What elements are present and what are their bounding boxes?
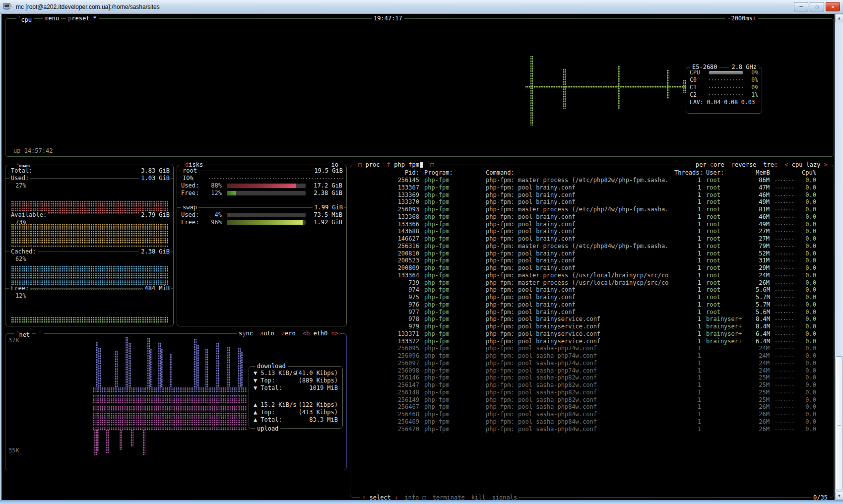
proc-options: per-core reverse tree < cpu lazy > <box>694 161 830 168</box>
process-row[interactable]: 133369php-fpmphp-fpm: pool brainy.conf1r… <box>350 191 834 199</box>
mem-total-row: Total:3.83 GiB <box>5 167 173 175</box>
process-row[interactable]: 975php-fpmphp-fpm: pool brainy.conf1root… <box>350 294 834 301</box>
mem-used-row: Used:1.03 GiB <box>5 175 173 182</box>
filter-key[interactable]: f <box>387 161 390 168</box>
column-program[interactable]: Program: <box>424 169 483 177</box>
graph-spike <box>563 69 566 109</box>
window-title: mc [root@a202.itdeveloper.com.ua]:/home/… <box>16 3 160 10</box>
load-average: LAV: 0.04 0.08 0.03 <box>686 99 762 106</box>
cpu-history-dots <box>776 231 795 232</box>
per-core-button[interactable]: per-core <box>696 161 724 168</box>
disk-root-row: root19.5 GiB <box>177 167 346 175</box>
process-row[interactable]: 256470php-fpmphp-fpm: pool sasha-php84w.… <box>350 426 834 433</box>
column-pid[interactable]: Pid: <box>350 169 419 177</box>
graph-spike <box>150 349 152 387</box>
column-cpu[interactable]: Cpu% <box>798 169 816 177</box>
swap-used-meter <box>227 213 306 217</box>
column-command[interactable]: Command: <box>486 169 674 177</box>
upload-label: upload <box>255 425 280 432</box>
core-row-c2: C2 1% <box>686 91 762 99</box>
column-user[interactable]: User: <box>706 169 756 177</box>
cpu-history-dots <box>776 378 795 378</box>
process-row[interactable]: 977php-fpmphp-fpm: pool brainy.conf1root… <box>350 309 834 316</box>
cpu-history-dots <box>776 195 795 196</box>
process-row[interactable]: 200809php-fpmphp-fpm: pool brainy.conf1r… <box>350 264 834 272</box>
io-activity-line <box>209 178 343 179</box>
process-row[interactable]: 256096php-fpmphp-fpm: pool sasha-php74w.… <box>350 352 834 360</box>
process-row[interactable]: 256147php-fpmphp-fpm: pool sasha-php82w.… <box>350 381 834 389</box>
graph-spike <box>106 430 109 453</box>
process-row[interactable]: 979php-fpmphp-fpm: pool brainyservice.co… <box>350 323 834 330</box>
filter-input[interactable]: php-fpm <box>394 161 419 168</box>
process-row[interactable]: 133371php-fpmphp-fpm: pool brainyservice… <box>350 330 834 338</box>
process-row[interactable]: 133367php-fpmphp-fpm: pool brainy.conf1r… <box>350 184 834 191</box>
process-row[interactable]: 978php-fpmphp-fpm: pool brainyservice.co… <box>350 315 834 323</box>
process-row[interactable]: 256467php-fpmphp-fpm: pool sasha-php84w.… <box>350 403 834 411</box>
graph-line <box>525 86 690 88</box>
disk-swap-row: swap1.99 GiB <box>177 204 346 211</box>
scrollbar[interactable]: ▲ ▼ <box>835 14 843 500</box>
close-button[interactable]: ✕ <box>826 2 840 11</box>
scroll-down-button[interactable]: ▼ <box>835 492 843 500</box>
process-row[interactable]: 256148php-fpmphp-fpm: pool sasha-php82w.… <box>350 389 834 396</box>
tree-button[interactable]: tree <box>763 161 778 168</box>
core-meter <box>709 94 743 95</box>
cpu-history-dots <box>776 385 795 386</box>
process-row[interactable]: 200523php-fpmphp-fpm: pool brainy.conf1r… <box>350 257 834 264</box>
upload-top: ▲Top:(413 Kibps) <box>254 409 338 416</box>
scrollbar-thumb[interactable] <box>836 356 843 490</box>
process-row[interactable]: 133364php-fpmphp-fpm: master process (/u… <box>350 272 834 279</box>
core-row-c0: C0 0% <box>686 76 762 84</box>
process-row[interactable]: 256316php-fpmphp-fpm: master process (/e… <box>350 243 834 250</box>
graph-spike <box>115 351 118 387</box>
filter-clear-icon[interactable]: □ <box>430 161 434 168</box>
process-row[interactable]: 200810php-fpmphp-fpm: pool brainy.conf1r… <box>350 250 834 257</box>
process-row[interactable]: 974php-fpmphp-fpm: pool brainy.conf1root… <box>350 286 834 294</box>
process-row[interactable]: 256095php-fpmphp-fpm: pool sasha-php74w.… <box>350 345 834 352</box>
process-row[interactable]: 256098php-fpmphp-fpm: pool sasha-php74w.… <box>350 367 834 375</box>
process-table-header: Pid: Program: Command: Threads: User: Me… <box>350 169 834 177</box>
process-row[interactable]: 256146php-fpmphp-fpm: pool sasha-php82w.… <box>350 374 834 381</box>
cpu-history-dots <box>776 290 795 291</box>
window-frame-left <box>0 14 1 501</box>
process-row[interactable]: 256469php-fpmphp-fpm: pool sasha-php84w.… <box>350 418 834 426</box>
process-row[interactable]: 133372php-fpmphp-fpm: pool brainyservice… <box>350 338 834 345</box>
process-row[interactable]: 133366php-fpmphp-fpm: pool brainy.conf1r… <box>350 221 834 228</box>
scroll-up-button[interactable]: ▲ <box>835 14 843 22</box>
mem-free-graph <box>11 317 168 324</box>
download-total: ▼Total:1019 MiB <box>254 384 338 392</box>
core-meter <box>709 79 743 80</box>
mem-available-row: Available:2.79 GiB <box>5 211 173 219</box>
disk-root-free-row: Free:12% 2.38 GiB <box>177 189 346 197</box>
app-icon[interactable] <box>3 2 13 11</box>
process-row[interactable]: 256145php-fpmphp-fpm: master process (/e… <box>350 177 834 184</box>
process-row[interactable]: 256468php-fpmphp-fpm: pool sasha-php84w.… <box>350 411 834 418</box>
cpu-history-dots <box>776 268 795 269</box>
cpu-history-dots <box>776 312 795 313</box>
graph-spike <box>131 430 133 447</box>
mem-cached-pct: 62% <box>5 255 173 263</box>
process-row[interactable]: 976php-fpmphp-fpm: pool brainy.conf1root… <box>350 301 834 309</box>
download-speed: ▼5.13 KiB/s(41.0 Kibps) <box>254 370 338 377</box>
cpu-history-dots <box>776 260 795 261</box>
graph-spike <box>227 347 230 387</box>
process-row[interactable]: 739php-fpmphp-fpm: master process (/usr/… <box>350 279 834 287</box>
minimize-button[interactable]: ─ <box>794 2 808 11</box>
process-row[interactable]: 256093php-fpmphp-fpm: master process (/e… <box>350 206 834 213</box>
down-arrow-icon: ▼ <box>254 370 257 377</box>
window-titlebar[interactable]: mc [root@a202.itdeveloper.com.ua]:/home/… <box>0 0 843 14</box>
column-threads[interactable]: Threads: <box>674 169 701 177</box>
process-row[interactable]: 133368php-fpmphp-fpm: pool brainy.conf1r… <box>350 213 834 221</box>
sort-selector[interactable]: < cpu lazy > <box>784 161 828 168</box>
process-row[interactable]: 133370php-fpmphp-fpm: pool brainy.conf1r… <box>350 198 834 206</box>
process-row[interactable]: 146627php-fpmphp-fpm: pool brainy.conf1r… <box>350 235 834 243</box>
reverse-button[interactable]: reverse <box>731 161 757 168</box>
graph-spike <box>241 352 243 387</box>
maximize-button[interactable]: ❐ <box>810 2 824 11</box>
process-row[interactable]: 256149php-fpmphp-fpm: pool sasha-php82w.… <box>350 396 834 404</box>
graph-spike <box>667 70 669 99</box>
process-row[interactable]: 256097php-fpmphp-fpm: pool sasha-php74w.… <box>350 360 834 367</box>
upload-speed: ▲15.2 KiB/s(122 Kibps) <box>254 401 338 409</box>
column-mem[interactable]: MemB <box>756 169 770 177</box>
process-row[interactable]: 143688php-fpmphp-fpm: pool brainy.conf1r… <box>350 228 834 235</box>
